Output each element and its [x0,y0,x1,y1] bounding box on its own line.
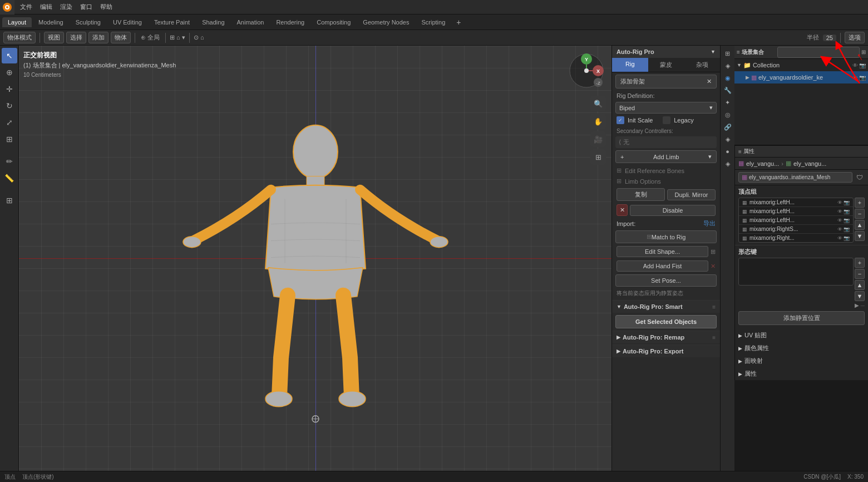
obj-vis-icon[interactable]: 👁 [852,75,858,81]
icon-object[interactable]: ◉ [722,72,733,83]
normals-section[interactable]: ▶ 属性 [735,367,868,380]
outliner-search[interactable] [777,47,860,58]
vg-item-4[interactable]: ▦ mixamorig:Right... 👁 📷 [739,234,853,242]
icon-particles[interactable]: ✦ [722,97,733,108]
tab-rig[interactable]: Rig [612,58,648,72]
blender-logo[interactable] [0,0,14,14]
match-to-rig-btn[interactable]: ⊞ Match to Rig [615,230,717,243]
add-armature-btn[interactable]: 添加骨架 ✕ [615,75,717,88]
radius-value[interactable]: 25 [823,35,836,41]
collection-render-icon[interactable]: 📷 [859,62,866,68]
vg-render-0[interactable]: 📷 [844,200,850,205]
init-scale-checkbox[interactable]: ✓ [617,116,624,124]
view-btn[interactable]: 视图 [44,32,64,43]
rig-type-dropdown[interactable]: Biped ▾ [615,102,717,114]
vg-item-3[interactable]: ▦ mixamorig:RightS... 👁 📷 [739,225,853,234]
tab-compositing[interactable]: Compositing [311,17,356,27]
tool-measure[interactable]: 📏 [2,170,17,186]
dupli-mirror-btn[interactable]: Dupli. Mirror [667,189,716,200]
tool-move[interactable]: ✛ [2,81,17,97]
vg-vis-4[interactable]: 👁 [837,235,842,241]
tab-rendering[interactable]: Rendering [270,17,310,27]
vg-vis-1[interactable]: 👁 [837,209,842,214]
arp-panel-header[interactable]: Auto-Rig Pro ▼ [612,46,720,58]
remap-header[interactable]: ▶ Auto-Rig Pro: Remap ≡ [612,331,720,343]
obj-render-icon[interactable]: 📷 [859,75,866,81]
tab-uv-editing[interactable]: UV Editing [107,17,147,27]
vg-render-1[interactable]: 📷 [844,209,850,214]
tab-animation[interactable]: Animation [231,17,270,27]
tab-misc[interactable]: 杂项 [684,58,720,72]
export-btn[interactable]: 导出 [703,219,716,228]
tab-layout[interactable]: Layout [2,17,32,27]
vg-item-1[interactable]: ▦ mixamorig:LeftH... 👁 📷 [739,207,853,216]
legacy-checkbox[interactable] [663,116,670,124]
icon-physics[interactable]: ◎ [722,109,733,120]
uv-maps-section[interactable]: ▶ UV 贴图 [735,329,868,342]
sk-down-btn[interactable]: ▼ [855,291,865,301]
add-workspace[interactable]: + [452,16,465,28]
sk-add-btn[interactable]: + [855,258,865,268]
obj-name-field[interactable]: ▦ ely_vanguardso..inatienza_Mesh [738,172,852,183]
icon-material[interactable]: ● [722,146,733,157]
color-attr-section[interactable]: ▶ 颜色属性 [735,342,868,355]
tab-geometry-nodes[interactable]: Geometry Nodes [357,17,415,27]
object-btn[interactable]: 物体 [111,32,131,43]
vg-item-0[interactable]: ▦ mixamorig:LeftH... 👁 📷 [739,198,853,207]
nav-gizmo[interactable]: Y X -Z [567,51,606,90]
export-header[interactable]: ▶ Auto-Rig Pro: Export [612,345,720,357]
vg-vis-0[interactable]: 👁 [837,200,842,205]
object-row[interactable]: ▶ ▦ ely_vanguardsoldier_ke 👁 📷 [734,71,868,83]
icon-data[interactable]: ◈ [722,134,733,145]
tab-scripting[interactable]: Scripting [416,17,451,27]
tool-add[interactable]: ⊞ [2,193,17,208]
menu-help[interactable]: 帮助 [97,2,116,12]
add-hand-fist-btn[interactable]: Add Hand Fist [617,260,708,272]
face-map-section[interactable]: ▶ 面映射 [735,355,868,367]
vg-render-3[interactable]: 📷 [844,227,850,232]
add-rest-pos-btn[interactable]: 添加静置位置 [738,311,865,325]
outliner-menu-icon[interactable]: ≡ [737,49,740,55]
vg-add-btn[interactable]: + [855,198,865,208]
vg-down-btn[interactable]: ▼ [855,231,865,241]
orbit-btn[interactable]: 🎥 [590,131,606,147]
add-btn[interactable]: 添加 [88,32,108,43]
icon-modifier[interactable]: 🔧 [722,85,733,96]
tool-cursor[interactable]: ⊕ [2,65,17,80]
smart-header[interactable]: ▼ Auto-Rig Pro: Smart ≡ [612,301,720,313]
select-btn[interactable]: 选择 [66,32,86,43]
menu-file[interactable]: 文件 [17,2,36,12]
tab-modeling[interactable]: Modeling [33,17,69,27]
sk-up-btn[interactable]: ▲ [855,280,865,290]
vg-render-2[interactable]: 📷 [844,218,850,223]
menu-render[interactable]: 渲染 [57,2,76,12]
tool-scale[interactable]: ⤢ [2,115,17,130]
tool-select[interactable]: ↖ [2,48,17,63]
sk-play-icon[interactable]: ▶ [855,302,859,308]
tab-skin[interactable]: 蒙皮 [648,58,684,72]
copy-btn[interactable]: 复制 [617,188,665,201]
edit-shape-btn[interactable]: Edit Shape... [617,246,708,257]
sk-remove-btn[interactable]: − [855,269,865,279]
disable-btn[interactable]: Disable [630,205,716,216]
tool-rotate[interactable]: ↻ [2,98,17,114]
tab-texture-paint[interactable]: Texture Paint [149,17,195,27]
pan-btn[interactable]: ✋ [590,114,606,129]
zoom-btn[interactable]: 🔍 [590,96,606,111]
menu-window[interactable]: 窗口 [77,2,96,12]
icon-view-layer[interactable]: ◈ [722,60,733,71]
vg-up-btn[interactable]: ▲ [855,220,865,230]
icon-shader[interactable]: ◈ [722,158,733,169]
tab-sculpting[interactable]: Sculpting [70,17,106,27]
tool-annotate[interactable]: ✏ [2,154,17,169]
vg-vis-2[interactable]: 👁 [837,218,842,223]
get-selected-btn[interactable]: Get Selected Objects [615,315,717,328]
set-pose-btn[interactable]: Set Pose... [615,274,717,287]
tool-transform[interactable]: ⊞ [2,131,17,147]
outliner-filter-icon[interactable]: ⊞ [861,49,866,55]
vg-item-2[interactable]: ▦ mixamorig:LeftH... 👁 📷 [739,216,853,225]
props-menu[interactable]: ≡ [738,149,742,155]
add-limb-btn[interactable]: + Add Limb ▾ [615,150,717,163]
vg-vis-3[interactable]: 👁 [837,227,842,232]
object-mode-btn[interactable]: 物体模式 [3,32,36,43]
